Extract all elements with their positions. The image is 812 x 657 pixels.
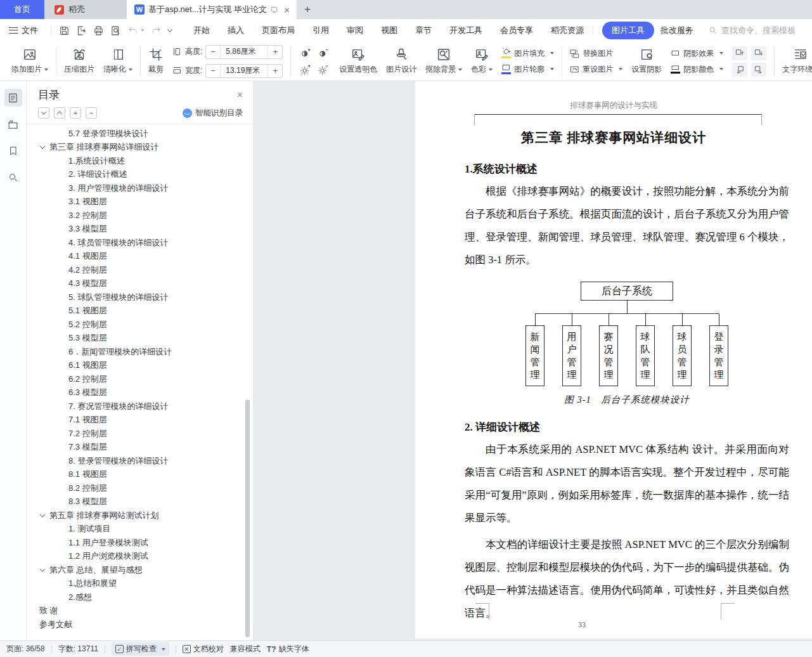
toc-item[interactable]: 1. 测试项目 (27, 523, 253, 537)
workspace-panel-button[interactable] (4, 115, 22, 133)
add-picture-button[interactable]: 添加图片 (11, 48, 48, 75)
width-stepper[interactable]: − 13.19厘米 + (205, 64, 283, 78)
toc-item[interactable]: 3.1 视图层 (27, 195, 253, 209)
toc-item[interactable]: 1.总结和展望 (27, 577, 253, 591)
word-count[interactable]: 字数: 13711 (58, 644, 98, 654)
undo-button[interactable] (127, 25, 145, 36)
toc-item[interactable]: 5.1 视图层 (27, 304, 253, 318)
shadow-nudge-up-button[interactable] (732, 46, 747, 60)
width-value[interactable]: 13.19厘米 (220, 65, 268, 77)
toc-item[interactable]: 第六章 总结、展望与感想 (27, 563, 253, 577)
toc-item[interactable]: 7.3 模型层 (27, 441, 253, 455)
height-stepper[interactable]: − 5.86厘米 + (205, 45, 283, 59)
toc-scrollbar-thumb[interactable] (245, 400, 250, 637)
picture-fill-button[interactable]: 图片填充 (501, 48, 554, 59)
toc-item[interactable]: 8. 登录管理模块的详细设计 (27, 454, 253, 468)
toc-item[interactable]: 3.2 控制层 (27, 209, 253, 223)
dropdown-arrow-icon[interactable] (141, 29, 145, 32)
menu-item[interactable]: 稻壳资源 (551, 25, 584, 36)
zoom-in-level-button[interactable]: + (70, 107, 81, 119)
contrast-decrease-icon[interactable] (316, 46, 330, 60)
smart-toc-button[interactable]: 智能识别目录 (183, 108, 243, 119)
module-diagram[interactable]: 后台子系统 新闻管理 用户管理 (525, 282, 728, 386)
crop-button[interactable]: 裁剪 (148, 48, 164, 75)
shadow-effect-button[interactable]: 阴影效果 (671, 48, 723, 59)
toc-item[interactable]: 5. 球队管理模块的详细设计 (27, 290, 253, 304)
collapse-ribbon-icon[interactable] (168, 29, 172, 32)
follow-mode-icon[interactable] (270, 6, 278, 14)
document-proofing-button[interactable]: ✕ 文档校对 (183, 644, 224, 654)
menu-item-review-service[interactable]: 批改服务 (661, 25, 693, 36)
collapse-all-button[interactable] (54, 107, 65, 119)
toc-item[interactable]: 7. 赛况管理模块的详细设计 (27, 400, 253, 413)
width-increase-button[interactable]: + (268, 66, 282, 75)
width-decrease-button[interactable]: − (206, 66, 220, 75)
close-toc-icon[interactable]: × (237, 89, 243, 101)
toc-item[interactable]: 8.1 视图层 (27, 468, 253, 482)
menu-item[interactable]: 会员专享 (500, 25, 533, 36)
toc-item[interactable]: 6．新闻管理模块的详细设计 (27, 345, 253, 359)
toc-item[interactable]: 4.3 模型层 (27, 277, 253, 291)
bookmark-panel-button[interactable] (4, 142, 22, 160)
toc-item[interactable]: 5.3 模型层 (27, 332, 253, 346)
chevron-down-icon[interactable] (39, 145, 46, 149)
export-pdf-button[interactable] (76, 25, 87, 36)
shadow-color-button[interactable]: 阴影颜色 (671, 64, 723, 75)
toc-item[interactable]: 7.1 视图层 (27, 413, 253, 427)
menu-item[interactable]: 开发工具 (449, 25, 482, 36)
toc-item[interactable]: 参考文献 (27, 618, 253, 632)
command-search[interactable]: 查找命令、搜索模板 (709, 25, 796, 36)
print-button[interactable] (93, 25, 104, 36)
toc-item[interactable]: 1.系统设计概述 (27, 154, 253, 168)
shadow-nudge-down-button[interactable] (751, 46, 766, 60)
toc-item[interactable]: 3. 用户管理模块的详细设计 (27, 181, 253, 195)
picture-design-button[interactable]: 图片设计 (386, 48, 416, 75)
missing-font-button[interactable]: T? 缺失字体 (267, 644, 309, 654)
menu-item[interactable]: 章节 (415, 25, 432, 36)
toc-item[interactable]: 2.感想 (27, 590, 253, 604)
menu-item[interactable]: 开始 (193, 25, 210, 36)
height-increase-button[interactable]: + (268, 47, 282, 56)
chevron-down-icon[interactable] (39, 568, 46, 572)
toc-item[interactable]: 7.2 控制层 (27, 427, 253, 441)
clarify-button[interactable]: 清晰化 (103, 48, 132, 75)
menu-item[interactable]: 引用 (313, 25, 329, 36)
toc-item[interactable]: 8.3 模型层 (27, 495, 253, 509)
toc-item[interactable]: 1.2 用户浏览模块测试 (27, 550, 253, 564)
menu-item[interactable]: 页面布局 (262, 25, 295, 36)
toc-item[interactable]: 6.1 视图层 (27, 359, 253, 373)
spell-check-button[interactable]: ✓ 拼写检查 (112, 642, 169, 656)
text-wrap-button[interactable]: 文字环绕 (782, 48, 812, 75)
toc-item[interactable]: 第五章 排球赛事网站测试计划 (27, 509, 253, 523)
reset-picture-button[interactable]: 重设图片 (570, 64, 622, 75)
redo-button[interactable] (151, 25, 162, 36)
save-button[interactable] (59, 25, 70, 36)
zoom-out-level-button[interactable]: − (86, 107, 97, 119)
toc-item[interactable]: 3.3 模型层 (27, 223, 253, 237)
toc-item[interactable]: 2. 详细设计概述 (27, 168, 253, 182)
tab-docer[interactable]: 稻壳 (44, 0, 127, 19)
set-shadow-button[interactable]: 设置阴影 (631, 48, 662, 75)
toc-item[interactable]: 5.2 控制层 (27, 318, 253, 332)
toc-item[interactable]: 4.2 控制层 (27, 263, 253, 277)
set-transparent-color-button[interactable]: 设置透明色 (339, 48, 377, 75)
close-tab-icon[interactable]: × (282, 4, 292, 15)
menu-item[interactable]: 插入 (228, 25, 244, 36)
menu-item[interactable]: 审阅 (347, 25, 363, 36)
contrast-increase-icon[interactable] (299, 46, 313, 60)
toc-item[interactable]: 致 谢 (27, 604, 253, 618)
document-page[interactable]: 排球赛事网的设计与实现 第三章 排球赛事网站详细设计 1.系统设计概述 根据《排… (415, 81, 812, 639)
replace-picture-button[interactable]: 替换图片 (570, 48, 622, 59)
print-preview-button[interactable] (110, 25, 121, 36)
toc-item[interactable]: 4. 球员管理模块的详细设计 (27, 236, 253, 250)
compress-picture-button[interactable]: 压缩图片 (64, 48, 94, 75)
new-tab-button[interactable]: + (297, 0, 318, 19)
outline-panel-button[interactable] (4, 89, 22, 107)
toc-item[interactable]: 6.3 模型层 (27, 386, 253, 400)
toc-item[interactable]: 1.1 用户登录模块测试 (27, 536, 253, 550)
remove-background-button[interactable]: 抠除背景 (425, 48, 462, 75)
color-button[interactable]: 色彩 (471, 48, 493, 75)
brightness-decrease-icon[interactable] (316, 63, 330, 77)
toc-item[interactable]: 6.2 控制层 (27, 372, 253, 386)
toc-item[interactable]: 第三章 排球赛事网站详细设计 (27, 141, 253, 155)
